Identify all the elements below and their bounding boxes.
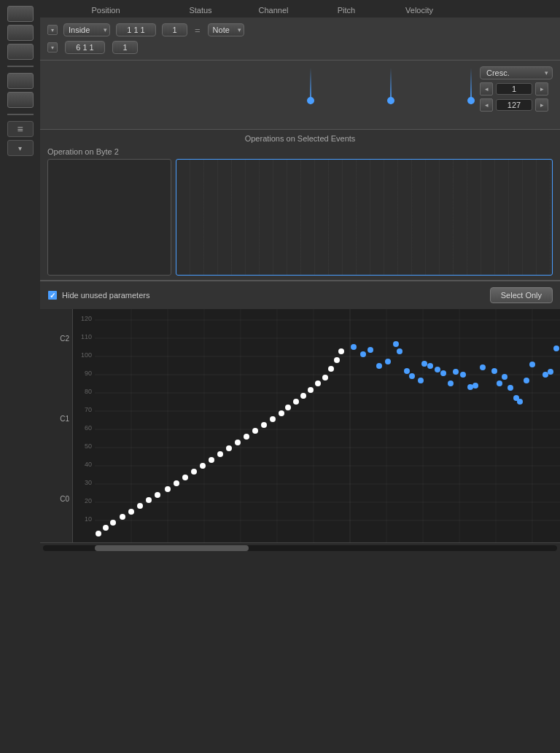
svg-point-84 [542,372,548,378]
svg-point-68 [435,367,440,372]
svg-point-55 [338,348,344,354]
y-label-110: 110 [81,333,92,340]
y-label-70: 70 [85,406,92,413]
stepper1-down[interactable]: ◂ [480,82,493,95]
svg-point-83 [529,362,535,367]
svg-point-46 [279,410,284,416]
stepper2-value[interactable] [496,99,532,111]
main-area: Position Status Channel Pitch Velocity ▾… [40,0,560,753]
operations-title: Operations on Selected Events [47,134,553,143]
velocity-slider[interactable] [470,68,472,104]
svg-point-65 [418,378,424,383]
svg-point-86 [553,346,559,351]
filter-row-2: ▾ [47,41,553,54]
y-label-30: 30 [85,479,92,486]
svg-point-79 [508,385,513,391]
svg-point-78 [502,374,508,380]
svg-point-48 [293,399,299,405]
svg-point-49 [300,393,306,399]
svg-point-63 [404,368,410,374]
y-label-40: 40 [85,461,92,468]
operations-section: Operations on Selected Events Operation … [40,130,560,281]
svg-point-77 [497,381,502,386]
svg-point-33 [165,486,171,492]
graph-svg: // Will be drawn in the inline script be… [95,309,560,542]
row1-val1-input[interactable] [116,23,156,36]
svg-point-73 [467,384,473,390]
row2-arrow-down[interactable]: ▾ [47,42,58,52]
row1-val2-input[interactable] [162,23,187,36]
svg-point-52 [322,375,328,381]
svg-point-60 [385,359,391,364]
row2-val1-input[interactable] [65,41,105,54]
stepper-row-1: ◂ ▸ [480,82,553,95]
pitch-slider[interactable] [390,68,392,104]
svg-point-64 [409,373,415,379]
svg-point-57 [360,351,366,357]
sidebar-dropdown-btn[interactable]: ▾ [7,140,34,156]
sidebar-knob-4[interactable] [7,73,34,89]
svg-point-25 [96,531,101,537]
select-only-button[interactable]: Select Only [490,287,553,303]
svg-point-74 [472,383,478,389]
col-header-velocity: Velocity [383,6,456,15]
svg-point-62 [397,348,402,354]
svg-point-75 [480,364,486,370]
stepper1-value[interactable] [496,83,532,95]
slider-velocity-area: Cresc. Decresc. Fixed ◂ ▸ ◂ ▸ [40,61,560,130]
y-label-50: 50 [85,442,92,450]
channel-slider[interactable] [310,68,311,104]
svg-point-28 [120,514,125,520]
graph-area[interactable]: 120 110 100 90 80 70 60 50 40 30 20 10 /… [73,309,560,542]
scrollbar-track[interactable] [43,545,557,551]
svg-point-47 [285,405,291,410]
svg-point-42 [244,434,249,440]
velocity-panel: Cresc. Decresc. Fixed ◂ ▸ ◂ ▸ [480,66,553,112]
svg-point-41 [235,440,241,445]
svg-point-51 [315,381,321,386]
hide-unused-checkbox[interactable]: ✓ [47,290,58,300]
cresc-select[interactable]: Cresc. Decresc. Fixed [480,66,553,79]
piano-label-c2: C2 [60,335,69,343]
left-sidebar: ≡ ▾ [0,0,40,510]
svg-point-29 [128,509,134,515]
sidebar-knob-1[interactable] [7,6,34,22]
row1-arrow-down[interactable]: ▾ [47,25,58,35]
sidebar-menu-btn[interactable]: ≡ [7,121,34,137]
svg-point-27 [110,520,116,526]
svg-point-32 [155,492,160,498]
position-select[interactable]: Inside Outside [63,23,110,36]
y-label-20: 20 [85,497,92,504]
checkbox-check-icon: ✓ [50,292,55,300]
scrollbar-thumb[interactable] [95,545,249,551]
sidebar-knob-5[interactable] [7,92,34,108]
piano-label-c0: C0 [60,495,69,503]
y-label-10: 10 [85,515,92,523]
stepper2-up[interactable]: ▸ [535,98,548,112]
stepper1-up[interactable]: ▸ [535,82,548,95]
sidebar-knob-3[interactable] [7,44,34,60]
svg-point-67 [427,363,433,369]
svg-point-43 [252,428,258,434]
stepper-row-2: ◂ ▸ [480,98,553,112]
svg-point-45 [270,416,276,422]
svg-point-76 [491,368,497,374]
svg-point-38 [209,457,214,463]
svg-point-44 [261,422,267,428]
scrollbar-area[interactable] [40,542,560,553]
sidebar-knob-2[interactable] [7,25,34,41]
op-right-panel[interactable] [176,159,553,276]
col-header-position: Position [47,6,164,15]
svg-point-50 [308,387,314,393]
filter-bar: ▾ Inside Outside = Note CC ▾ [40,17,560,61]
checkbox-group: ✓ Hide unused parameters [47,290,149,300]
svg-point-26 [103,525,109,531]
svg-point-59 [376,363,382,369]
svg-point-69 [440,370,446,376]
col-header-pitch: Pitch [310,6,383,15]
svg-point-61 [393,341,399,347]
status-select[interactable]: Note CC [208,23,244,36]
row2-val2-input[interactable] [112,41,138,54]
operation-label: Operation on Byte 2 [47,147,553,156]
stepper2-down[interactable]: ◂ [480,98,493,112]
